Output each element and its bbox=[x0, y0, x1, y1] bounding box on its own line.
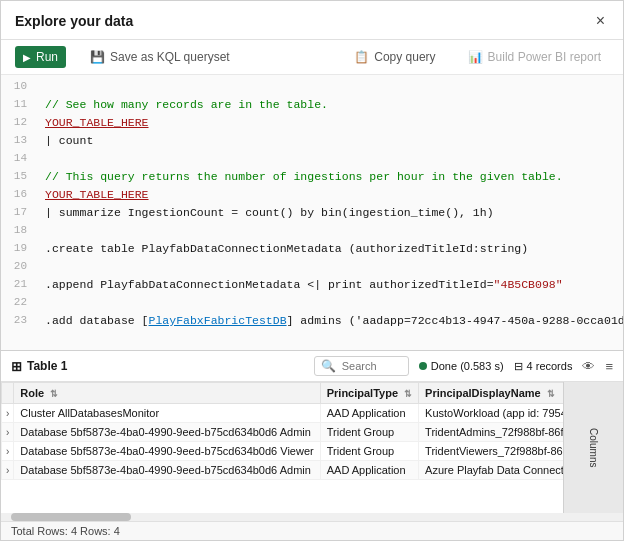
search-input[interactable] bbox=[342, 360, 402, 372]
results-title: ⊞ Table 1 bbox=[11, 359, 67, 374]
results-header: ⊞ Table 1 🔍 Done (0.583 s) ⊟ 4 records 👁… bbox=[1, 351, 623, 382]
results-panel: ⊞ Table 1 🔍 Done (0.583 s) ⊟ 4 records 👁… bbox=[1, 350, 623, 540]
cell-principal-type: Trident Group bbox=[320, 442, 418, 461]
modal-header: Explore your data × bbox=[1, 1, 623, 40]
run-label: Run bbox=[36, 50, 58, 64]
sort-icon: ⇅ bbox=[547, 389, 555, 399]
code-line: 13 | count bbox=[1, 133, 623, 151]
col-principal-type-label: PrincipalType bbox=[327, 387, 398, 399]
close-button[interactable]: × bbox=[592, 11, 609, 31]
table-icon: ⊞ bbox=[11, 359, 22, 374]
expand-cell[interactable]: › bbox=[2, 461, 14, 480]
records-count: ⊟ 4 records bbox=[514, 360, 573, 373]
expand-cell[interactable]: › bbox=[2, 404, 14, 423]
col-principal-display-label: PrincipalDisplayName bbox=[425, 387, 541, 399]
results-table-container: Role ⇅ PrincipalType ⇅ PrincipalDisplayN… bbox=[1, 382, 623, 513]
copy-query-button[interactable]: 📋 Copy query bbox=[346, 46, 443, 68]
save-label: Save as KQL queryset bbox=[110, 50, 230, 64]
records-text: 4 records bbox=[527, 360, 573, 372]
code-line: 18 bbox=[1, 223, 623, 241]
sort-icon: ⇅ bbox=[404, 389, 412, 399]
run-button[interactable]: ▶ Run bbox=[15, 46, 66, 68]
search-icon: 🔍 bbox=[321, 359, 336, 373]
col-role[interactable]: Role ⇅ bbox=[14, 383, 320, 404]
col-principal-type[interactable]: PrincipalType ⇅ bbox=[320, 383, 418, 404]
status-done: Done (0.583 s) bbox=[419, 360, 504, 372]
table-row: › Cluster AllDatabasesMonitor AAD Applic… bbox=[2, 404, 624, 423]
explore-data-modal: Explore your data × ▶ Run 💾 Save as KQL … bbox=[0, 0, 624, 541]
results-table: Role ⇅ PrincipalType ⇅ PrincipalDisplayN… bbox=[1, 382, 623, 480]
build-powerbi-button[interactable]: 📊 Build Power BI report bbox=[460, 46, 609, 68]
code-line: 21 .append PlayfabDataConnectionMetadata… bbox=[1, 277, 623, 295]
code-line: 15 // This query returns the number of i… bbox=[1, 169, 623, 187]
toolbar: ▶ Run 💾 Save as KQL queryset 📋 Copy quer… bbox=[1, 40, 623, 75]
build-label: Build Power BI report bbox=[488, 50, 601, 64]
expand-cell[interactable]: › bbox=[2, 423, 14, 442]
table-row: › Database 5bf5873e-4ba0-4990-9eed-b75cd… bbox=[2, 442, 624, 461]
cell-role: Cluster AllDatabasesMonitor bbox=[14, 404, 320, 423]
cell-role: Database 5bf5873e-4ba0-4990-9eed-b75cd63… bbox=[14, 442, 320, 461]
code-line: 16 YOUR_TABLE_HERE bbox=[1, 187, 623, 205]
col-role-label: Role bbox=[20, 387, 44, 399]
status-bar: Total Rows: 4 Rows: 4 bbox=[1, 521, 623, 540]
cell-role: Database 5bf5873e-4ba0-4990-9eed-b75cd63… bbox=[14, 461, 320, 480]
expand-cell[interactable]: › bbox=[2, 442, 14, 461]
code-line: 17 | summarize IngestionCount = count() … bbox=[1, 205, 623, 223]
status-icon bbox=[419, 362, 427, 370]
run-icon: ▶ bbox=[23, 52, 31, 63]
save-icon: 💾 bbox=[90, 50, 105, 64]
modal-title: Explore your data bbox=[15, 13, 133, 29]
eye-icon[interactable]: 👁 bbox=[582, 359, 595, 374]
sort-icon: ⇅ bbox=[50, 389, 58, 399]
status-text: Done (0.583 s) bbox=[431, 360, 504, 372]
table-row: › Database 5bf5873e-4ba0-4990-9eed-b75cd… bbox=[2, 461, 624, 480]
cell-principal-type: Trident Group bbox=[320, 423, 418, 442]
code-line: 23 .add database [PlayFabxFabricTestDB] … bbox=[1, 313, 623, 331]
cell-principal-type: AAD Application bbox=[320, 461, 418, 480]
code-line: 12 YOUR_TABLE_HERE bbox=[1, 115, 623, 133]
copy-icon: 📋 bbox=[354, 50, 369, 64]
save-queryset-button[interactable]: 💾 Save as KQL queryset bbox=[82, 46, 238, 68]
copy-label: Copy query bbox=[374, 50, 435, 64]
grid-icon: ⊟ bbox=[514, 360, 523, 373]
columns-sidebar[interactable]: Columns bbox=[563, 382, 623, 513]
code-line: 22 bbox=[1, 295, 623, 313]
code-line: 11 // See how many records are in the ta… bbox=[1, 97, 623, 115]
table-row: › Database 5bf5873e-4ba0-4990-9eed-b75cd… bbox=[2, 423, 624, 442]
cell-role: Database 5bf5873e-4ba0-4990-9eed-b75cd63… bbox=[14, 423, 320, 442]
status-bar-text: Total Rows: 4 Rows: 4 bbox=[11, 525, 120, 537]
code-line: 20 bbox=[1, 259, 623, 277]
code-editor[interactable]: 10 11 // See how many records are in the… bbox=[1, 75, 623, 350]
table-header-row: Role ⇅ PrincipalType ⇅ PrincipalDisplayN… bbox=[2, 383, 624, 404]
cell-principal-type: AAD Application bbox=[320, 404, 418, 423]
table-label: Table 1 bbox=[27, 359, 67, 373]
horizontal-scrollbar[interactable] bbox=[1, 513, 623, 521]
columns-icon[interactable]: ≡ bbox=[605, 359, 613, 374]
powerbi-icon: 📊 bbox=[468, 50, 483, 64]
code-line: 14 bbox=[1, 151, 623, 169]
code-line: 19 .create table PlayfabDataConnectionMe… bbox=[1, 241, 623, 259]
code-line: 10 bbox=[1, 79, 623, 97]
scrollbar-thumb[interactable] bbox=[11, 513, 131, 521]
search-box[interactable]: 🔍 bbox=[314, 356, 409, 376]
